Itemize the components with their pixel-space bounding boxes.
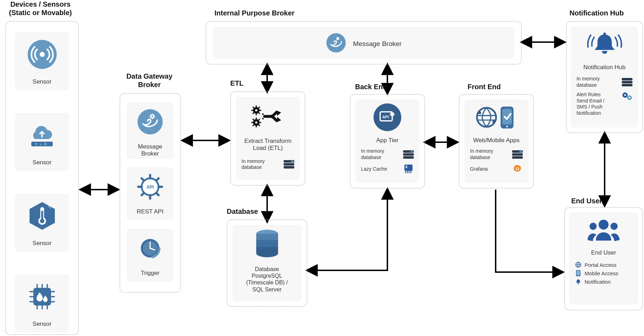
- group-gateway: MessageBroker API REST API: [120, 93, 181, 293]
- card-nhub: Notification Hub In memorydatabase Alert…: [571, 27, 638, 127]
- group-title-etl: ETL: [230, 79, 251, 87]
- group-devices: Sensor Sensor: [5, 21, 79, 335]
- group-title-gateway: Data GatewayBroker: [116, 72, 183, 89]
- svg-marker-87: [410, 150, 413, 153]
- svg-point-52: [336, 37, 339, 40]
- card-label: Trigger: [127, 270, 174, 277]
- database-icon: [232, 225, 302, 264]
- diagram-canvas: Devices / Sensors(Static or Movable) Sen…: [0, 0, 644, 336]
- card-trigger: Trigger: [127, 229, 174, 282]
- list-item: Mobile Access: [575, 270, 638, 277]
- list-item: Portal Access: [575, 261, 638, 268]
- card-database: DatabasePostgreSQL(Timescale DB) /SQL Se…: [232, 225, 302, 301]
- svg-rect-120: [577, 271, 580, 275]
- svg-line-43: [156, 193, 159, 195]
- svg-point-67: [262, 113, 264, 115]
- group-title-enduser: End User: [571, 197, 613, 205]
- group-title-backend: Back End: [355, 83, 397, 91]
- sub-label: In memorydatabase: [242, 158, 283, 171]
- group-title-frontend: Front End: [468, 83, 513, 91]
- svg-point-114: [629, 97, 630, 99]
- lazy-cache-icon: [402, 164, 414, 174]
- svg-point-122: [578, 283, 579, 285]
- svg-point-9: [39, 52, 44, 57]
- card-label: Sensor: [15, 240, 69, 247]
- sub-label: Lazy Cache: [361, 166, 402, 172]
- notification-icon: [575, 278, 582, 285]
- cloud-upload-icon: [15, 113, 69, 157]
- svg-point-117: [611, 223, 618, 230]
- temperature-sensor-icon: °C: [15, 194, 69, 238]
- sub-label: In memorydatabase: [470, 148, 511, 160]
- trigger-icon: [127, 229, 174, 268]
- card-sensor-temp: °C Sensor: [15, 194, 69, 252]
- svg-marker-66: [276, 117, 281, 123]
- card-label: Extract TransformLoad (ETL): [236, 138, 300, 152]
- group-frontend: Web/Mobile Apps In memorydatabase Grafan…: [459, 94, 534, 189]
- svg-point-63: [255, 109, 257, 111]
- group-etl: Extract TransformLoad (ETL) In memorydat…: [230, 91, 305, 186]
- svg-rect-90: [406, 167, 407, 168]
- card-rest-api: API REST API: [127, 167, 174, 220]
- etl-icon: [236, 97, 300, 136]
- svg-rect-17: [41, 211, 43, 219]
- card-label: DatabasePostgreSQL(Timescale DB) /SQL Se…: [232, 266, 302, 293]
- sub-label: In memorydatabase: [361, 148, 402, 160]
- card-label: App Tier: [355, 137, 419, 144]
- card-message-broker-top: Message Broker: [213, 27, 515, 59]
- humidity-chip-icon: [15, 275, 69, 318]
- svg-marker-72: [290, 160, 294, 163]
- svg-point-11: [35, 143, 37, 145]
- card-label: End User: [569, 249, 638, 256]
- memory-db-icon: [621, 77, 633, 87]
- svg-line-42: [142, 178, 144, 180]
- card-sensor-cloud: Sensor: [15, 113, 69, 171]
- svg-point-115: [599, 219, 608, 229]
- card-label: Sensor: [15, 321, 69, 328]
- card-message-broker-gw: MessageBroker: [127, 103, 174, 159]
- svg-point-68: [262, 118, 264, 119]
- list-label: Portal Access: [585, 262, 617, 268]
- sub-label: Alert RulesSend Email /SMS / Push Notifi…: [577, 92, 621, 116]
- grafana-icon: [511, 164, 523, 174]
- group-internal-broker: Message Broker: [206, 21, 522, 65]
- svg-point-100: [506, 126, 508, 127]
- svg-marker-104: [519, 150, 522, 153]
- card-etl: Extract TransformLoad (ETL) In memorydat…: [236, 97, 300, 180]
- svg-point-116: [590, 223, 597, 230]
- svg-rect-89: [406, 166, 407, 166]
- svg-line-45: [142, 193, 144, 195]
- card-apptier: API App Tier In memorydatabase Lazy Cach…: [355, 100, 419, 183]
- svg-point-107: [603, 32, 606, 35]
- card-label: Sensor: [15, 159, 69, 166]
- group-title-devices: Devices / Sensors(Static or Movable): [2, 0, 79, 17]
- memory-db-icon: [511, 150, 523, 159]
- svg-rect-108: [622, 78, 633, 80]
- web-mobile-icon: [464, 100, 528, 135]
- svg-point-18: [40, 219, 44, 223]
- group-title-nhub: Notification Hub: [569, 9, 640, 17]
- card-enduser: End User Portal Access Mobile Access Not…: [569, 213, 638, 305]
- message-broker-icon: [326, 32, 347, 53]
- svg-point-97: [492, 120, 495, 123]
- svg-rect-70: [284, 163, 295, 166]
- list-item: Notification: [575, 278, 638, 285]
- svg-rect-13: [44, 143, 47, 145]
- memory-db-icon: [283, 159, 295, 169]
- signal-sensor-icon: [15, 32, 69, 76]
- portal-access-icon: [575, 261, 582, 268]
- sub-label: In memorydatabase: [577, 76, 621, 88]
- mobile-access-icon: [575, 270, 582, 277]
- group-nhub: Notification Hub In memorydatabase Alert…: [566, 21, 643, 133]
- group-enduser: End User Portal Access Mobile Access Not…: [564, 207, 643, 310]
- svg-point-95: [477, 108, 496, 127]
- svg-rect-109: [622, 81, 633, 83]
- svg-marker-65: [276, 110, 281, 116]
- group-title-broker: Internal Purpose Broker: [214, 9, 313, 17]
- svg-point-112: [624, 94, 626, 96]
- list-label: Mobile Access: [585, 270, 618, 276]
- alert-rules-icon: [621, 92, 633, 101]
- rest-api-icon: API: [127, 167, 174, 206]
- svg-text:API: API: [146, 184, 154, 190]
- card-label: Notification Hub: [571, 64, 638, 71]
